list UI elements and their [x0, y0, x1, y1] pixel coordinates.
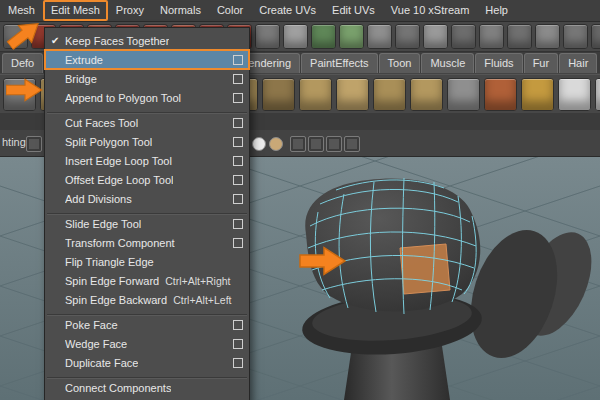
menu-item-label: Spin Edge Backward [65, 294, 167, 306]
menu-item-label: Bridge [65, 73, 97, 85]
shelf-icon[interactable] [535, 24, 560, 49]
shelf-icon[interactable] [367, 24, 392, 49]
menu-item-extrude[interactable]: Extrude [45, 50, 249, 69]
checkmark-icon: ✔ [51, 35, 65, 46]
option-box-icon[interactable] [233, 74, 243, 84]
menubar-item-edit-uvs[interactable]: Edit UVs [324, 0, 383, 21]
shelf-icon[interactable] [395, 24, 420, 49]
shelf-icon[interactable] [410, 78, 443, 111]
shelf-icon[interactable] [423, 24, 448, 49]
menubar-item-proxy[interactable]: Proxy [108, 0, 152, 21]
shelf-icon[interactable] [563, 24, 588, 49]
option-box-icon[interactable] [233, 320, 243, 330]
menubar-item-color[interactable]: Color [209, 0, 251, 21]
shelf-icon[interactable] [336, 78, 369, 111]
menu-item-label: Connect Components [65, 382, 171, 394]
shelf-icon[interactable] [283, 24, 308, 49]
cube-icon[interactable] [308, 136, 324, 152]
menu-item-label: Spin Edge Forward [65, 275, 159, 287]
option-box-icon[interactable] [233, 118, 243, 128]
menu-item-split-polygon-tool[interactable]: Split Polygon Tool [45, 132, 249, 151]
shelf-tab-fur[interactable]: Fur [524, 53, 559, 73]
edit-mesh-menu: ✔Keep Faces TogetherExtrudeBridgeAppend … [44, 27, 250, 400]
selected-face[interactable] [400, 244, 450, 294]
option-box-icon[interactable] [233, 358, 243, 368]
menubar-item-vue-10-xstream[interactable]: Vue 10 xStream [383, 0, 477, 21]
menubar-item-normals[interactable]: Normals [152, 0, 209, 21]
menu-item-slide-edge-tool[interactable]: Slide Edge Tool [45, 214, 249, 233]
menu-item-wedge-face[interactable]: Wedge Face [45, 334, 249, 353]
option-box-icon[interactable] [233, 93, 243, 103]
menu-item-offset-edge-loop-tool[interactable]: Offset Edge Loop Tool [45, 170, 249, 189]
menu-item-label: Extrude [65, 54, 103, 66]
shelf-icon[interactable] [373, 78, 406, 111]
option-box-icon[interactable] [233, 194, 243, 204]
menu-item-label: Add Divisions [65, 193, 132, 205]
menu-item-label: Split Polygon Tool [65, 136, 152, 148]
menubar-item-create-uvs[interactable]: Create UVs [251, 0, 324, 21]
menu-item-cut-faces-tool[interactable]: Cut Faces Tool [45, 113, 249, 132]
menu-item-label: Poke Face [65, 319, 118, 331]
menu-item-label: Keep Faces Together [65, 35, 169, 47]
shelf-tab-muscle[interactable]: Muscle [421, 53, 474, 73]
shelf-icon[interactable] [451, 24, 476, 49]
menubar-item-edit-mesh[interactable]: Edit Mesh [43, 0, 108, 21]
menu-item-connect-components[interactable]: Connect Components [45, 378, 249, 397]
shelf-icon[interactable] [558, 78, 591, 111]
menu-item-label: Duplicate Face [65, 357, 138, 369]
menu-item-duplicate-face[interactable]: Duplicate Face [45, 353, 249, 372]
menu-item-shortcut: Ctrl+Alt+Left [173, 294, 231, 306]
menu-item-label: Transform Component [65, 237, 175, 249]
menu-item-label: Offset Edge Loop Tool [65, 174, 173, 186]
menu-item-flip-triangle-edge[interactable]: Flip Triangle Edge [45, 252, 249, 271]
menu-item-label: Insert Edge Loop Tool [65, 155, 172, 167]
option-box-icon[interactable] [233, 137, 243, 147]
menu-item-label: Append to Polygon Tool [65, 92, 181, 104]
shelf-tab-fluids[interactable]: Fluids [475, 53, 522, 73]
nodes-icon[interactable] [344, 136, 360, 152]
menu-item-spin-edge-backward[interactable]: Spin Edge BackwardCtrl+Alt+Left [45, 290, 249, 309]
shelf-tab-painteffects[interactable]: PaintEffects [301, 53, 378, 73]
menu-item-keep-faces-together[interactable]: ✔Keep Faces Together [45, 31, 249, 50]
shelf-icon[interactable] [521, 78, 554, 111]
shelf-tab-hair[interactable]: Hair [559, 53, 597, 73]
textured-sphere-icon[interactable] [269, 137, 283, 151]
option-box-icon[interactable] [233, 339, 243, 349]
menu-item-label: Flip Triangle Edge [65, 256, 154, 268]
menu-item-label: Slide Edge Tool [65, 218, 141, 230]
arrow-icon-selected-face [296, 246, 352, 276]
option-box-icon[interactable] [233, 238, 243, 248]
option-box-icon[interactable] [233, 55, 243, 65]
menubar: MeshEdit MeshProxyNormalsColorCreate UVs… [0, 0, 600, 22]
menu-item-poke-face[interactable]: Poke Face [45, 315, 249, 334]
shelf-tab-defo[interactable]: Defo [2, 53, 43, 73]
shelf-icon[interactable] [339, 24, 364, 49]
option-box-icon[interactable] [233, 156, 243, 166]
shelf-icon[interactable] [447, 78, 480, 111]
shelf-icon[interactable] [299, 78, 332, 111]
shelf-icon[interactable] [479, 24, 504, 49]
option-box-icon[interactable] [233, 175, 243, 185]
menu-item-bridge[interactable]: Bridge [45, 69, 249, 88]
menubar-item-help[interactable]: Help [477, 0, 516, 21]
menu-item-add-divisions[interactable]: Add Divisions [45, 189, 249, 208]
shelf-icon[interactable] [595, 78, 600, 111]
shelf-icon[interactable] [255, 24, 280, 49]
menu-item-insert-edge-loop-tool[interactable]: Insert Edge Loop Tool [45, 151, 249, 170]
shelf-icon[interactable] [591, 24, 600, 49]
mesh-cap [305, 178, 480, 311]
frame-icon[interactable] [326, 136, 342, 152]
shelf-icon[interactable] [484, 78, 517, 111]
shading-sphere-icon[interactable] [252, 137, 266, 151]
option-box-icon[interactable] [233, 219, 243, 229]
menu-item-append-to-polygon-tool[interactable]: Append to Polygon Tool [45, 88, 249, 107]
grid-icon[interactable] [290, 136, 306, 152]
shelf-icon[interactable] [311, 24, 336, 49]
shelf-icon[interactable] [507, 24, 532, 49]
menu-item-label: Cut Faces Tool [65, 117, 138, 129]
panel-icon[interactable] [26, 136, 42, 152]
menu-item-spin-edge-forward[interactable]: Spin Edge ForwardCtrl+Alt+Right [45, 271, 249, 290]
shelf-icon[interactable] [262, 78, 295, 111]
menu-item-transform-component[interactable]: Transform Component [45, 233, 249, 252]
shelf-tab-toon[interactable]: Toon [379, 53, 421, 73]
